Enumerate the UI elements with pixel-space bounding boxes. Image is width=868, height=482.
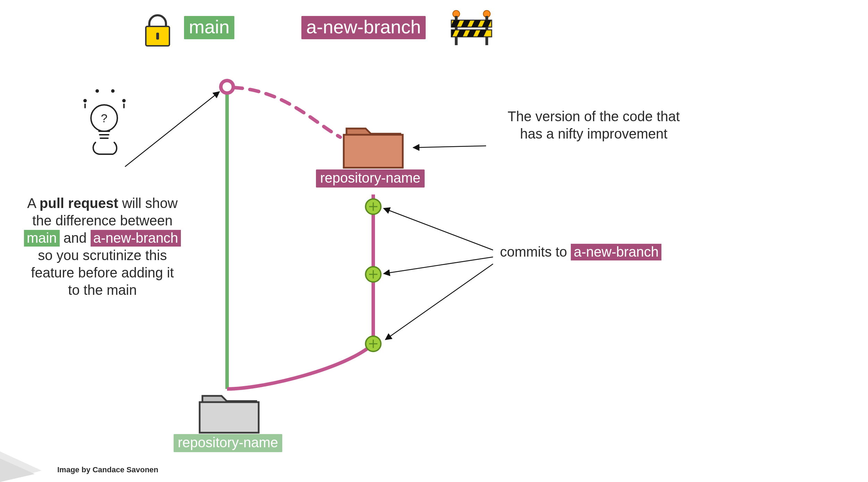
main-folder-icon <box>200 396 259 433</box>
svg-rect-13 <box>436 30 445 37</box>
pr-caption-l1b: pull request <box>40 196 118 211</box>
lightbulb-icon: ? <box>83 89 126 154</box>
pr-ring-icon <box>221 81 233 93</box>
pr-caption-l3mid: and <box>60 230 91 246</box>
commit-node-2 <box>366 267 381 282</box>
svg-point-34 <box>122 99 126 102</box>
commit-node-1 <box>366 199 381 214</box>
barricade-icon <box>436 10 492 45</box>
svg-point-32 <box>95 89 99 93</box>
pr-caption: A pull request will show the difference … <box>7 194 198 299</box>
branch-folder-icon <box>344 128 403 168</box>
pr-dashed-curve <box>233 88 340 137</box>
svg-rect-1 <box>156 33 159 40</box>
arrow-commits-2 <box>384 257 493 274</box>
commits-caption-prefix: commits to <box>500 244 571 259</box>
lock-icon <box>146 15 169 46</box>
branch-repo-label: repository-name <box>316 169 425 188</box>
diagram-root: { "header": { "main_label": "main", "bra… <box>0 0 868 482</box>
commit-node-3 <box>366 336 381 351</box>
arrow-version-to-folder <box>413 146 486 148</box>
branch-curve <box>227 344 373 389</box>
svg-text:?: ? <box>101 111 108 125</box>
arrow-commits-3 <box>385 264 493 340</box>
commits-caption: commits to a-new-branch <box>500 243 708 260</box>
svg-point-33 <box>111 89 115 93</box>
main-branch-badge: main <box>184 16 234 39</box>
arrow-pr-to-ring <box>125 92 219 167</box>
svg-point-31 <box>83 99 87 102</box>
commits-caption-branch-badge: a-new-branch <box>571 244 661 260</box>
pr-caption-l5: feature before adding it <box>31 265 174 280</box>
arrow-commits-1 <box>384 208 493 250</box>
pr-caption-main-badge: main <box>24 230 60 247</box>
pr-caption-l6: to the main <box>68 282 137 298</box>
main-repo-label: repository-name <box>174 434 282 452</box>
attribution-text: Image by Candace Savonen <box>57 465 158 474</box>
pr-caption-l1c: will show <box>118 196 178 211</box>
svg-rect-8 <box>440 20 450 27</box>
new-branch-badge: a-new-branch <box>301 16 426 39</box>
pr-caption-branch-badge: a-new-branch <box>91 230 181 247</box>
pr-caption-l4: so you scrutinize this <box>38 248 167 263</box>
pr-caption-l1a: A <box>27 196 40 211</box>
pr-caption-l2: the difference between <box>32 213 173 228</box>
version-caption: The version of the code that has a nifty… <box>496 108 691 142</box>
